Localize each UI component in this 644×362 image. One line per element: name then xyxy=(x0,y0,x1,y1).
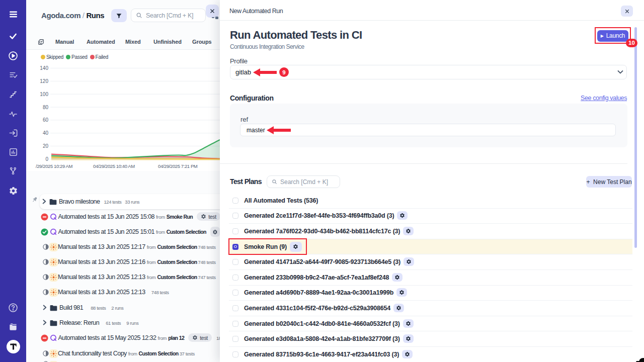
svg-text:140: 140 xyxy=(40,65,48,71)
svg-text:100: 100 xyxy=(40,92,48,97)
svg-text:20: 20 xyxy=(43,143,49,149)
svg-text:04/29/2025 7:21 PM: 04/29/2025 7:21 PM xyxy=(158,163,198,169)
svg-text:/29/2025 10:29 AM: /29/2025 10:29 AM xyxy=(36,163,72,169)
svg-text:40: 40 xyxy=(43,130,49,136)
svg-text:04/29/2025 10:40 AM: 04/29/2025 10:40 AM xyxy=(93,163,135,169)
svg-text:120: 120 xyxy=(40,78,48,84)
svg-text:80: 80 xyxy=(43,105,49,110)
svg-text:0: 0 xyxy=(45,156,48,162)
svg-text:60: 60 xyxy=(43,117,49,123)
